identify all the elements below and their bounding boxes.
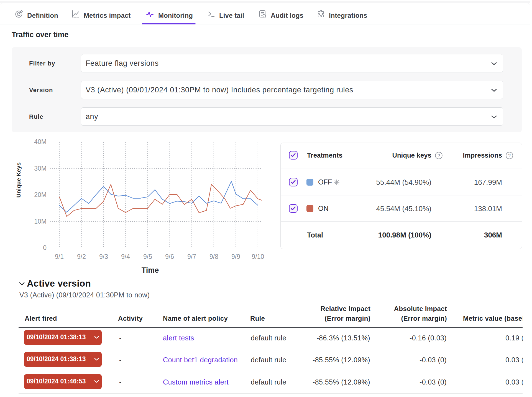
svg-text:9/4: 9/4 (121, 253, 130, 260)
svg-text:9/2: 9/2 (77, 253, 86, 260)
svg-text:9/6: 9/6 (165, 253, 174, 260)
svg-text:Unique Keys: Unique Keys (15, 162, 22, 198)
svg-text:9/7: 9/7 (187, 253, 196, 260)
svg-text:9/10: 9/10 (252, 253, 264, 260)
svg-text:9/5: 9/5 (143, 253, 152, 260)
svg-text:0: 0 (43, 244, 47, 251)
svg-text:30M: 30M (34, 165, 47, 172)
svg-text:40M: 40M (34, 138, 47, 145)
svg-text:20M: 20M (34, 191, 47, 198)
svg-text:Time: Time (142, 266, 159, 274)
svg-text:9/8: 9/8 (209, 253, 218, 260)
svg-text:9/3: 9/3 (99, 253, 108, 260)
svg-text:10M: 10M (34, 218, 47, 225)
svg-text:?: ? (508, 153, 511, 158)
svg-text:9/9: 9/9 (231, 253, 240, 260)
svg-text:9/1: 9/1 (55, 253, 64, 260)
